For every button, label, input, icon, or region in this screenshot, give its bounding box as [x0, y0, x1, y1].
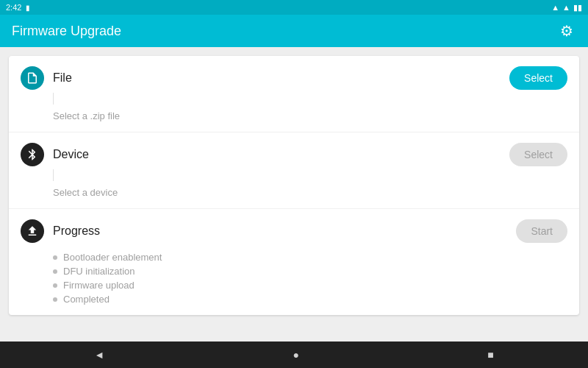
- progress-dot-1: [53, 255, 57, 260]
- recents-button[interactable]: ■: [487, 349, 493, 361]
- file-section-header: File Select: [21, 66, 567, 90]
- bluetooth-icon: [21, 143, 44, 166]
- status-bar-left: 2:42 ▮: [6, 3, 30, 12]
- status-icons: ▲ ▲ ▮▮: [551, 3, 582, 13]
- device-section-header: Device Select: [21, 143, 567, 166]
- app-bar: Firmware Upgrade ⚙: [0, 15, 588, 47]
- progress-item-3: Firmware upload: [63, 280, 135, 291]
- progress-section-left: Progress: [21, 219, 100, 243]
- file-subtitle: Select a .zip file: [53, 110, 567, 121]
- wifi-icon: ▲: [551, 3, 559, 12]
- device-section-left: Device: [21, 143, 89, 166]
- file-icon: [21, 66, 44, 90]
- list-item: DFU initialization: [53, 266, 567, 277]
- home-button[interactable]: ●: [293, 349, 298, 361]
- battery-icon: ▮▮: [573, 3, 582, 13]
- back-button[interactable]: ◄: [94, 349, 104, 361]
- progress-dot-2: [53, 269, 57, 274]
- progress-section-header: Progress Start: [21, 219, 567, 243]
- progress-section: Progress Start Bootloader enablement DFU…: [9, 209, 579, 315]
- sim-icon: ▮: [26, 4, 30, 12]
- file-section: File Select Select a .zip file: [9, 56, 579, 132]
- card: File Select Select a .zip file Device Se…: [9, 56, 579, 315]
- settings-button[interactable]: ⚙: [557, 19, 576, 43]
- file-title: File: [53, 71, 72, 85]
- list-item: Completed: [53, 294, 567, 305]
- file-section-left: File: [21, 66, 72, 90]
- device-divider: [53, 169, 54, 181]
- list-item: Firmware upload: [53, 280, 567, 291]
- device-select-button[interactable]: Select: [509, 143, 567, 166]
- signal-icon: ▲: [562, 3, 570, 12]
- file-svg-icon: [26, 71, 39, 85]
- app-bar-title: Firmware Upgrade: [12, 24, 121, 39]
- main-content: File Select Select a .zip file Device Se…: [0, 47, 588, 342]
- file-divider: [53, 93, 54, 105]
- progress-items: Bootloader enablement DFU initialization…: [53, 252, 567, 305]
- status-bar: 2:42 ▮ ▲ ▲ ▮▮: [0, 0, 588, 15]
- progress-title: Progress: [53, 224, 100, 238]
- device-subtitle: Select a device: [53, 187, 567, 198]
- upload-svg-icon: [26, 224, 39, 238]
- bluetooth-svg-icon: [26, 148, 39, 161]
- start-button[interactable]: Start: [516, 219, 567, 243]
- list-item: Bootloader enablement: [53, 252, 567, 263]
- file-select-button[interactable]: Select: [509, 66, 567, 90]
- progress-item-2: DFU initialization: [63, 266, 135, 277]
- progress-item-1: Bootloader enablement: [63, 252, 162, 263]
- device-section: Device Select Select a device: [9, 132, 579, 209]
- device-title: Device: [53, 148, 89, 161]
- status-time: 2:42: [6, 3, 21, 12]
- progress-dot-4: [53, 297, 57, 302]
- nav-bar: ◄ ● ■: [0, 342, 588, 368]
- progress-item-4: Completed: [63, 294, 110, 305]
- upload-icon: [21, 219, 44, 243]
- progress-dot-3: [53, 283, 57, 288]
